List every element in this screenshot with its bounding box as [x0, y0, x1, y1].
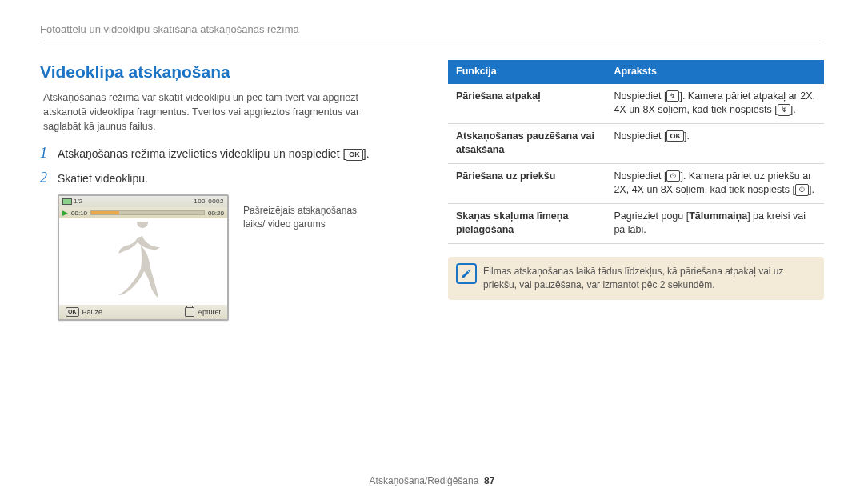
right-column: Funkcija Apraksts Pāriešana atpakaļ Nosp…: [448, 60, 824, 321]
page-number: 87: [484, 475, 494, 486]
fn-cell: Skaņas skaļuma līmeņa pielāgošana: [448, 203, 606, 243]
table-row: Skaņas skaļuma līmeņa pielāgošana Pagrie…: [448, 203, 824, 243]
play-icon: ▶: [62, 208, 68, 218]
desc-cell: Nospiediet [OK].: [606, 123, 824, 163]
video-progress-bar: ▶ 00:10 00:20: [59, 207, 227, 218]
desc-post: ].: [684, 130, 690, 142]
function-table: Funkcija Apraksts Pāriešana atpakaļ Nosp…: [448, 60, 824, 244]
dancer-silhouette-icon: [107, 222, 179, 302]
desc-cell: Nospiediet [⏲]. Kamera pāriet uz priekšu…: [606, 163, 824, 203]
step-number: 2: [40, 168, 58, 188]
col-header-function: Funkcija: [448, 60, 606, 84]
ok-icon: OK: [66, 307, 79, 317]
step-text: Skatiet videoklipu.: [58, 171, 148, 187]
left-column: Videoklipa atskaņošana Atskaņošanas režī…: [40, 60, 416, 321]
desc-pre: Nospiediet [: [614, 90, 666, 102]
desc-pre: Nospiediet [: [614, 130, 666, 142]
footer-section: Atskaņošana/Rediģēšana: [370, 475, 479, 486]
steps-list: 1 Atskaņošanas režīmā izvēlieties videok…: [40, 143, 416, 188]
flash-icon: ↯: [666, 90, 679, 102]
step-text-before: Skatiet videoklipu.: [58, 172, 148, 185]
video-bottom-bar: OKPauze Apturēt: [59, 305, 227, 319]
step-text: Atskaņošanas režīmā izvēlieties videokli…: [58, 146, 370, 162]
flash-icon: ↯: [778, 104, 790, 116]
pause-button[interactable]: Pauze: [82, 307, 103, 318]
timer-icon: ⏲: [666, 170, 680, 182]
desc-cell: Pagrieziet pogu [Tālummaiņa] pa kreisi v…: [606, 203, 824, 243]
callout-text: Pašreizējais atskaņošanas laiks/ video g…: [243, 194, 371, 321]
table-row: Pāriešana uz priekšu Nospiediet [⏲]. Kam…: [448, 163, 824, 203]
divider: [40, 42, 824, 42]
step-number: 1: [40, 143, 58, 163]
note-box: Filmas atskaņošanas laikā tādus līdzekļu…: [448, 257, 824, 301]
desc-post: ].: [790, 104, 796, 115]
trash-icon: [185, 307, 194, 317]
note-text: Filmas atskaņošanas laikā tādus līdzekļu…: [483, 266, 784, 290]
table-row: Atskaņošanas pauzēšana vai atsākšana Nos…: [448, 123, 824, 163]
video-time-total: 00:20: [208, 209, 224, 218]
breadcrumb: Fotoattēlu un videoklipu skatīšana atska…: [40, 22, 824, 37]
intro-text: Atskaņošanas režīmā var skatīt videoklip…: [40, 90, 387, 134]
section-title: Videoklipa atskaņošana: [40, 60, 416, 83]
desc-cell: Nospiediet [↯]. Kamera pāriet atpakaļ ar…: [606, 84, 824, 124]
fn-cell: Atskaņošanas pauzēšana vai atsākšana: [448, 123, 606, 163]
ok-icon: OK: [666, 130, 684, 142]
video-time-current: 00:10: [71, 209, 87, 218]
fn-cell: Pāriešana atpakaļ: [448, 84, 606, 124]
fn-cell: Pāriešana uz priekšu: [448, 163, 606, 203]
video-filecode: 100-0002: [194, 197, 224, 206]
desc-pre: Nospiediet [: [614, 170, 666, 182]
desc-post: ].: [809, 184, 814, 195]
note-icon: [456, 263, 477, 284]
table-row: Pāriešana atpakaļ Nospiediet [↯]. Kamera…: [448, 84, 824, 124]
video-stage: [59, 218, 227, 305]
video-top-bar: 1/2 100-0002: [59, 196, 227, 207]
step-text-after: ].: [363, 147, 370, 160]
page-footer: Atskaņošana/Rediģēšana 87: [0, 474, 864, 488]
ok-icon: OK: [346, 149, 363, 161]
timer-icon: ⏲: [795, 184, 809, 196]
battery-icon: [62, 198, 72, 205]
step-text-before: Atskaņošanas režīmā izvēlieties videokli…: [58, 147, 346, 160]
stop-button[interactable]: Apturēt: [198, 307, 221, 318]
col-header-description: Apraksts: [606, 60, 824, 84]
desc-pre: Pagrieziet pogu [: [614, 210, 689, 222]
desc-bold: Tālummaiņa: [689, 210, 747, 222]
video-preview: 1/2 100-0002 ▶ 00:10 00:20: [58, 194, 229, 321]
video-counter: 1/2: [74, 197, 82, 206]
